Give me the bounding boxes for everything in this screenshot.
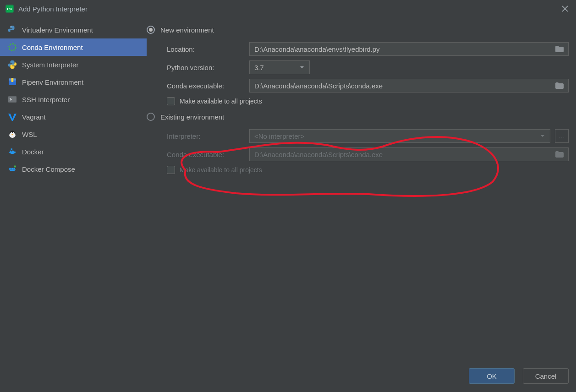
cancel-button[interactable]: Cancel: [523, 368, 569, 384]
linux-icon: [8, 130, 16, 138]
location-value: D:\Anaconda\anaconda\envs\flyedbird.py: [254, 45, 380, 53]
existing-make-available-label: Make available to all projects: [180, 166, 262, 174]
sidebar-item-wsl[interactable]: WSL: [0, 125, 147, 143]
folder-icon[interactable]: [555, 82, 564, 89]
vagrant-icon: [8, 113, 16, 121]
conda-exec-row: Conda executable: D:\Anaconda\anaconda\S…: [167, 79, 569, 93]
sidebar-item-label: Vagrant: [22, 113, 45, 121]
new-env-group: New environment Location: D:\Anaconda\an…: [147, 22, 569, 105]
existing-make-available-checkbox[interactable]: [167, 166, 175, 174]
titlebar: Add Python Interpreter: [0, 0, 576, 17]
svg-point-0: [11, 26, 11, 27]
existing-env-radio-row: Existing environment: [147, 109, 569, 125]
existing-env-subform: Interpreter: <No interpreter> … Conda ex…: [147, 129, 569, 161]
chevron-down-icon: [299, 65, 305, 70]
sidebar: Virtualenv Environment Conda Environment…: [0, 17, 147, 362]
new-env-subform: Location: D:\Anaconda\anaconda\envs\flye…: [147, 42, 569, 93]
sidebar-item-conda[interactable]: Conda Environment: [0, 38, 147, 56]
svg-rect-15: [13, 168, 15, 169]
sidebar-item-label: Pipenv Environment: [22, 78, 83, 86]
conda-exec-input[interactable]: D:\Anaconda\anaconda\Scripts\conda.exe: [249, 79, 569, 93]
close-icon: [562, 5, 568, 12]
python-version-row: Python version: 3.7: [167, 60, 569, 74]
conda-exec-value: D:\Anaconda\anaconda\Scripts\conda.exe: [254, 82, 383, 90]
interpreter-browse-button[interactable]: …: [555, 129, 569, 143]
conda-icon: [8, 43, 16, 51]
main-panel: New environment Location: D:\Anaconda\an…: [147, 17, 576, 362]
sidebar-item-pipenv[interactable]: Pipenv Environment: [0, 73, 147, 91]
docker-compose-icon: [8, 165, 16, 173]
existing-env-group: Existing environment Interpreter: <No in…: [147, 109, 569, 174]
sidebar-item-label: Docker: [22, 148, 44, 156]
sidebar-item-virtualenv[interactable]: Virtualenv Environment: [0, 21, 147, 38]
existing-env-radio[interactable]: [147, 113, 155, 121]
ok-button[interactable]: OK: [469, 368, 515, 384]
ok-button-label: OK: [487, 372, 497, 380]
svg-point-16: [14, 165, 16, 168]
python-icon: [8, 60, 16, 69]
sidebar-item-docker-compose[interactable]: Docker Compose: [0, 160, 147, 178]
new-env-make-available-row: Make available to all projects: [167, 97, 569, 105]
python-version-label: Python version:: [167, 64, 249, 71]
svg-rect-4: [11, 78, 14, 82]
new-env-make-available-checkbox[interactable]: [167, 97, 175, 105]
svg-rect-12: [11, 148, 12, 150]
new-env-radio-label: New environment: [160, 26, 214, 34]
sidebar-item-system[interactable]: System Interpreter: [0, 56, 147, 73]
svg-point-7: [9, 133, 16, 138]
python-version-select[interactable]: 3.7: [249, 60, 310, 74]
conda-exec-label: Conda executable:: [167, 82, 249, 90]
interpreter-row: Interpreter: <No interpreter> …: [167, 129, 569, 143]
svg-rect-13: [9, 168, 11, 169]
python-version-value: 3.7: [254, 64, 264, 71]
dialog-body: Virtualenv Environment Conda Environment…: [0, 17, 576, 362]
new-env-radio[interactable]: [147, 26, 155, 34]
dialog-title: Add Python Interpreter: [18, 5, 88, 13]
svg-point-8: [11, 132, 12, 133]
interpreter-label: Interpreter:: [167, 132, 249, 140]
sidebar-item-label: Virtualenv Environment: [22, 26, 93, 34]
new-env-radio-row: New environment: [147, 22, 569, 38]
location-input[interactable]: D:\Anaconda\anaconda\envs\flyedbird.py: [249, 42, 569, 56]
existing-conda-exec-input[interactable]: D:\Anaconda\anaconda\Scripts\conda.exe: [249, 147, 569, 161]
svg-rect-14: [11, 168, 13, 169]
docker-icon: [8, 147, 16, 156]
interpreter-value: <No interpreter>: [254, 132, 304, 140]
close-button[interactable]: [560, 3, 571, 14]
sidebar-item-docker[interactable]: Docker: [0, 143, 147, 160]
svg-point-1: [9, 44, 16, 51]
existing-conda-exec-label: Conda executable:: [167, 151, 249, 158]
pycharm-icon: [5, 5, 14, 13]
svg-point-9: [13, 132, 14, 133]
sidebar-item-ssh[interactable]: SSH Interpreter: [0, 91, 147, 108]
sidebar-item-label: System Interpreter: [22, 61, 78, 69]
cancel-button-label: Cancel: [535, 372, 557, 380]
chevron-down-icon: [540, 133, 545, 139]
existing-conda-exec-value: D:\Anaconda\anaconda\Scripts\conda.exe: [254, 151, 383, 158]
interpreter-select[interactable]: <No interpreter>: [249, 129, 550, 143]
sidebar-item-vagrant[interactable]: Vagrant: [0, 108, 147, 125]
folder-icon[interactable]: [555, 46, 564, 52]
sidebar-item-label: Conda Environment: [22, 44, 83, 51]
existing-env-radio-label: Existing environment: [160, 113, 224, 121]
existing-make-available-row: Make available to all projects: [167, 166, 569, 174]
sidebar-item-label: WSL: [22, 131, 37, 138]
add-interpreter-dialog: Add Python Interpreter Virtualenv Enviro…: [0, 0, 576, 392]
dialog-footer: OK Cancel: [0, 362, 576, 392]
sidebar-item-label: Docker Compose: [22, 165, 75, 173]
location-label: Location:: [167, 45, 249, 53]
svg-rect-5: [8, 96, 16, 103]
location-row: Location: D:\Anaconda\anaconda\envs\flye…: [167, 42, 569, 56]
radio-dot: [149, 28, 153, 32]
package-icon: [8, 78, 16, 86]
existing-conda-exec-row: Conda executable: D:\Anaconda\anaconda\S…: [167, 147, 569, 161]
python-icon: [8, 26, 16, 34]
folder-icon[interactable]: [555, 151, 564, 158]
new-env-make-available-label: Make available to all projects: [180, 98, 262, 105]
sidebar-item-label: SSH Interpreter: [22, 96, 70, 103]
ellipsis-icon: …: [559, 132, 565, 140]
ssh-icon: [8, 95, 16, 103]
